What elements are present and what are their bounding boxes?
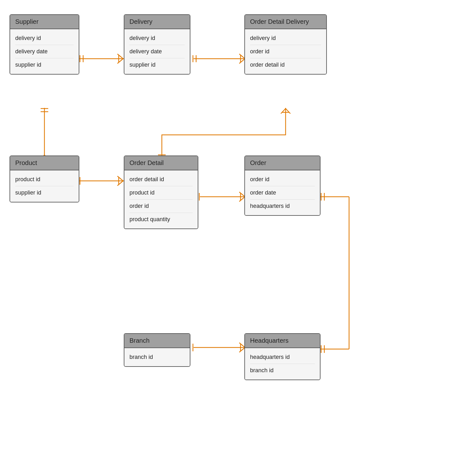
order-field-2: order date: [250, 186, 315, 200]
product-body: product id supplier id: [10, 170, 79, 202]
order-detail-body: order detail id product id order id prod…: [124, 170, 198, 228]
branch-table: Branch branch id: [124, 333, 190, 367]
headquarters-table: Headquarters headquarters id branch id: [244, 333, 321, 380]
supplier-table: Supplier delivery id delivery date suppl…: [10, 14, 79, 75]
svg-line-3: [117, 54, 123, 59]
delivery-field-1: delivery id: [129, 32, 185, 45]
svg-line-4: [117, 59, 123, 63]
order-table: Order order id order date headquarters i…: [244, 155, 321, 216]
svg-line-19: [286, 109, 290, 114]
delivery-body: delivery id delivery date supplier id: [124, 29, 190, 74]
supplier-header: Supplier: [10, 15, 79, 29]
supplier-body: delivery id delivery date supplier id: [10, 29, 79, 74]
od-field-4: product quantity: [129, 213, 193, 226]
order-header: Order: [245, 156, 320, 170]
headquarters-body: headquarters id branch id: [245, 348, 320, 380]
svg-line-24: [117, 176, 123, 181]
order-detail-delivery-table: Order Detail Delivery delivery id order …: [244, 14, 327, 75]
odd-field-2: order id: [250, 45, 321, 58]
product-table: Product product id supplier id: [10, 155, 79, 202]
supplier-field-1: delivery id: [15, 32, 74, 45]
svg-line-25: [117, 181, 123, 186]
product-header: Product: [10, 156, 79, 170]
branch-body: branch id: [124, 348, 190, 366]
order-field-3: headquarters id: [250, 200, 315, 213]
order-detail-delivery-header: Order Detail Delivery: [245, 15, 326, 29]
supplier-field-3: supplier id: [15, 58, 74, 71]
branch-field-1: branch id: [129, 351, 185, 364]
branch-header: Branch: [124, 334, 190, 348]
supplier-field-2: delivery date: [15, 45, 74, 58]
delivery-field-2: delivery date: [129, 45, 185, 58]
od-field-1: order detail id: [129, 173, 193, 186]
order-body: order id order date headquarters id: [245, 170, 320, 215]
delivery-header: Delivery: [124, 15, 190, 29]
order-detail-header: Order Detail: [124, 156, 198, 170]
svg-line-18: [281, 109, 286, 114]
product-field-2: supplier id: [15, 186, 74, 199]
delivery-field-3: supplier id: [129, 58, 185, 71]
product-field-1: product id: [15, 173, 74, 186]
order-detail-table: Order Detail order detail id product id …: [124, 155, 198, 229]
order-detail-delivery-body: delivery id order id order detail id: [245, 29, 326, 74]
odd-field-1: delivery id: [250, 32, 321, 45]
odd-field-3: order detail id: [250, 58, 321, 71]
delivery-table: Delivery delivery id delivery date suppl…: [124, 14, 190, 75]
hq-field-1: headquarters id: [250, 351, 315, 364]
od-field-2: product id: [129, 186, 193, 200]
od-field-3: order id: [129, 200, 193, 213]
hq-field-2: branch id: [250, 364, 315, 377]
order-field-1: order id: [250, 173, 315, 186]
headquarters-header: Headquarters: [245, 334, 320, 348]
